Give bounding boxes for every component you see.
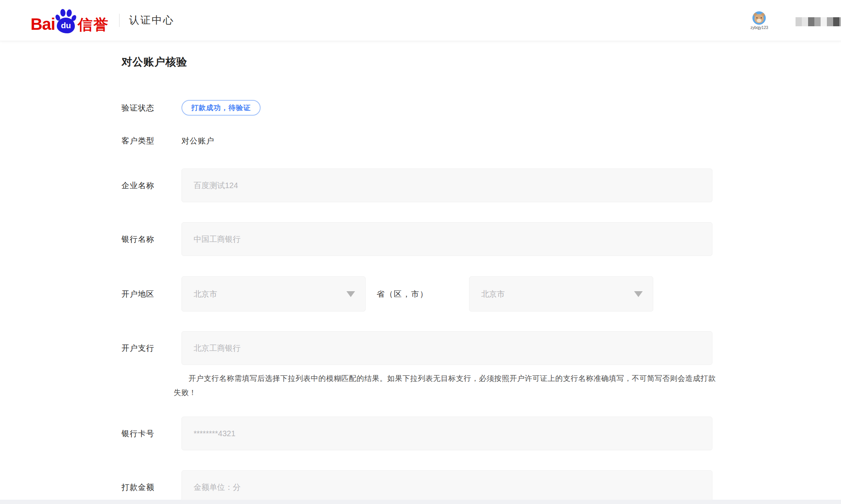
bank-region-row: 开户地区 北京市 省（区，市） 北京市 (121, 276, 841, 312)
payment-amount-label: 打款金额 (121, 482, 181, 493)
chevron-down-icon (634, 291, 643, 297)
logo-text-xinyu: 信誉 (78, 17, 109, 33)
city-select-value: 北京市 (481, 289, 505, 299)
province-select-value: 北京市 (194, 289, 217, 299)
bank-region-label: 开户地区 (121, 289, 181, 299)
customer-type-value: 对公账户 (181, 136, 214, 146)
baidu-credit-logo[interactable]: Bai du 信誉 (31, 7, 109, 33)
province-select[interactable]: 北京市 (181, 276, 366, 312)
bank-name-row: 银行名称 (121, 222, 841, 256)
region-suffix-label: 省（区，市） (377, 289, 428, 299)
card-number-row: 银行卡号 (121, 417, 841, 450)
page-title: 对公账户核验 (121, 55, 841, 69)
header-divider (119, 14, 120, 27)
company-name-input[interactable] (181, 169, 712, 202)
logo-text-bai: Bai (31, 16, 55, 33)
payment-amount-input[interactable] (181, 470, 712, 504)
bank-branch-row: 开户支行 (121, 331, 841, 365)
city-select[interactable]: 北京市 (469, 276, 653, 312)
verify-status-row: 验证状态 打款成功，待验证 (121, 100, 841, 116)
card-number-label: 银行卡号 (121, 428, 181, 439)
bank-name-input[interactable] (181, 222, 712, 256)
branch-hint-text: 开户支行名称需填写后选择下拉列表中的模糊匹配的结果。如果下拉列表无目标支行，必须… (174, 372, 718, 400)
header-user-area: zybqjy123 (750, 0, 768, 41)
card-number-input[interactable] (181, 417, 712, 450)
username: zybqjy123 (750, 25, 768, 30)
company-name-row: 企业名称 (121, 169, 841, 202)
header: Bai du 信誉 认证中心 zybqjy123 (0, 0, 841, 41)
baidu-paw-icon: du (56, 7, 76, 33)
bank-name-label: 银行名称 (121, 234, 181, 245)
redacted-user-text (796, 17, 841, 26)
status-badge: 打款成功，待验证 (181, 100, 261, 116)
company-name-label: 企业名称 (121, 180, 181, 191)
user-avatar-block[interactable]: zybqjy123 (750, 11, 768, 30)
payment-amount-row: 打款金额 (121, 470, 841, 504)
customer-type-label: 客户类型 (121, 136, 181, 146)
viewport-bottom-strip (0, 500, 841, 504)
customer-type-row: 客户类型 对公账户 (121, 135, 841, 146)
app-title: 认证中心 (129, 13, 174, 28)
logo-text-du: du (61, 21, 71, 30)
verify-status-label: 验证状态 (121, 103, 181, 113)
bank-branch-input[interactable] (181, 331, 712, 365)
chevron-down-icon (346, 291, 355, 297)
bear-avatar-icon[interactable] (752, 11, 766, 25)
bank-branch-label: 开户支行 (121, 343, 181, 354)
